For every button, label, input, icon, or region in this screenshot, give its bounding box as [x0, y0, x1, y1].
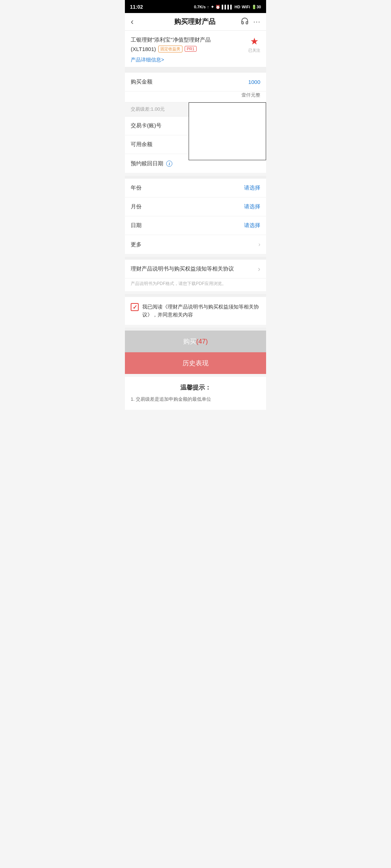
more-row[interactable]: 更多 ›: [125, 235, 266, 254]
button-area: 购买(47) 历史表现: [125, 331, 266, 374]
day-value: 请选择: [244, 222, 260, 229]
tips-section: 温馨提示： 1. 交易级差是追加申购金额的最低单位: [125, 377, 266, 410]
tips-title: 温馨提示：: [131, 383, 260, 392]
checkmark-icon: ✓: [133, 304, 137, 311]
bluetooth-icon: ✦: [211, 5, 214, 9]
wifi-icon: WiFi: [242, 5, 250, 9]
battery-icon: 🔋30: [252, 5, 261, 9]
signal-icon: ↑: [207, 5, 209, 9]
year-value: 请选择: [244, 184, 260, 191]
product-tags: (XLT1801) 固定收益类 PR1: [131, 46, 244, 52]
product-code: (XLT1801): [131, 46, 156, 52]
follow-star-icon: ★: [250, 36, 258, 47]
buy-button[interactable]: 购买(47): [125, 331, 266, 352]
year-label: 年份: [131, 184, 142, 191]
nav-left: ‹: [131, 17, 149, 27]
product-detail-link[interactable]: 产品详细信息>: [131, 57, 260, 63]
agreement-section: 理财产品说明书与购买权益须知等相关协议 › 产品说明书为PDF格式，请您下载PD…: [125, 260, 266, 291]
amount-section: 购买金额 1000 壹仟元整 交易级差:1.00元 交易卡(账)号 可用余额 预…: [125, 73, 266, 173]
divider-2: [125, 176, 266, 179]
nav-right: ⋯: [241, 17, 260, 27]
divider-3: [125, 257, 266, 260]
checkbox-section: ✓ 我已阅读《理财产品说明书与购买权益须知等相关协议》，并同意相关内容: [125, 297, 266, 325]
redeem-date-label: 预约赎回日期 i: [131, 160, 172, 167]
agreement-label: 理财产品说明书与购买权益须知等相关协议: [131, 265, 234, 272]
hd-icon: HD: [235, 5, 240, 9]
date-section: 年份 请选择 月份 请选择 日期 请选择 更多 ›: [125, 179, 266, 254]
more-label: 更多: [131, 241, 142, 248]
agreement-row[interactable]: 理财产品说明书与购买权益须知等相关协议 ›: [125, 260, 266, 278]
year-row[interactable]: 年份 请选择: [125, 179, 266, 197]
buy-count: (47): [196, 338, 208, 345]
amount-chinese: 壹仟元整: [241, 92, 260, 98]
tag-risk-level: PR1: [185, 46, 197, 52]
status-time: 11:02: [130, 4, 143, 10]
product-info: 工银理财"添利宝"净值型理财产品 (XLT1801) 固定收益类 PR1: [131, 36, 244, 52]
month-label: 月份: [131, 203, 142, 210]
amount-row: 购买金额 1000: [125, 73, 266, 92]
tag-income-type: 固定收益类: [158, 46, 182, 52]
more-button[interactable]: ⋯: [253, 17, 260, 26]
divider-4: [125, 294, 266, 297]
network-speed: 0.7K/s: [194, 5, 206, 9]
status-bar: 11:02 0.7K/s ↑ ✦ ⏰ ▌▌▌▌ HD WiFi 🔋30: [125, 0, 266, 13]
alarm-icon: ⏰: [215, 5, 220, 9]
tips-item-1: 1. 交易级差是追加申购金额的最低单位: [131, 395, 260, 403]
agree-checkbox[interactable]: ✓: [131, 303, 139, 311]
product-follow[interactable]: ★ 已关注: [248, 36, 260, 53]
month-row[interactable]: 月份 请选择: [125, 197, 266, 216]
amount-value: 1000: [248, 79, 260, 85]
day-row[interactable]: 日期 请选择: [125, 216, 266, 235]
history-button[interactable]: 历史表现: [125, 352, 266, 374]
card-label: 交易卡(账)号: [131, 122, 161, 129]
page-title: 购买理财产品: [149, 17, 241, 26]
product-top: 工银理财"添利宝"净值型理财产品 (XLT1801) 固定收益类 PR1 ★ 已…: [131, 36, 260, 53]
day-label: 日期: [131, 222, 142, 229]
divider-5: [125, 328, 266, 331]
balance-label: 可用余额: [131, 141, 152, 148]
more-chevron-icon: ›: [258, 241, 260, 248]
amount-label: 购买金额: [131, 78, 152, 85]
rows-with-overlay: 交易级差:1.00元 交易卡(账)号 可用余额 预约赎回日期 i: [125, 102, 266, 173]
divider-1: [125, 70, 266, 73]
nav-bar: ‹ 购买理财产品 ⋯: [125, 13, 266, 31]
info-icon[interactable]: i: [166, 161, 172, 167]
service-icon[interactable]: [241, 17, 249, 27]
checkbox-text: 我已阅读《理财产品说明书与购买权益须知等相关协议》，并同意相关内容: [142, 303, 260, 319]
month-value: 请选择: [244, 203, 260, 210]
cellular-icon: ▌▌▌▌: [222, 5, 233, 9]
pdf-hint: 产品说明书为PDF格式，请您下载PDF应用浏览。: [125, 278, 266, 291]
back-button[interactable]: ‹: [131, 17, 134, 27]
follow-text: 已关注: [248, 48, 260, 53]
product-card: 工银理财"添利宝"净值型理财产品 (XLT1801) 固定收益类 PR1 ★ 已…: [125, 31, 266, 70]
input-overlay-box[interactable]: [189, 102, 266, 160]
status-icons: 0.7K/s ↑ ✦ ⏰ ▌▌▌▌ HD WiFi 🔋30: [194, 5, 261, 9]
product-name: 工银理财"添利宝"净值型理财产品: [131, 36, 244, 44]
agreement-chevron-icon: ›: [258, 265, 260, 273]
